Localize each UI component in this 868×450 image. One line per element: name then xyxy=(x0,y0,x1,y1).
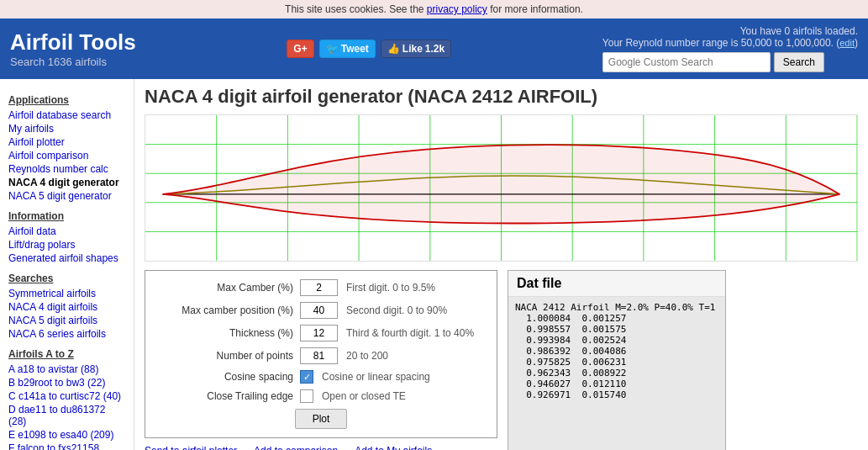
num-points-label: Number of points xyxy=(157,350,300,362)
send-to-plotter-link[interactable]: Send to airfoil plotter xyxy=(145,445,237,450)
num-points-row: Number of points 20 to 200 xyxy=(157,347,485,364)
sidebar-information: Airfoil dataLift/drag polarsGenerated ai… xyxy=(8,225,125,264)
dat-row: 1.000084 0.001257 xyxy=(515,313,718,324)
sidebar-item-az[interactable]: C c141a to curtisc72 (40) xyxy=(8,390,125,402)
thickness-input[interactable] xyxy=(300,325,338,341)
sidebar-item-az[interactable]: E e1098 to esa40 (209) xyxy=(8,429,125,441)
max-camber-position-hint: Second digit. 0 to 90% xyxy=(346,304,447,316)
sidebar-item-az[interactable]: D dae11 to du861372 (28) xyxy=(8,404,125,427)
max-camber-position-label: Max camber position (%) xyxy=(157,304,300,316)
cookie-text-after: for more information. xyxy=(487,3,583,15)
trailing-edge-row: Close Trailing edge Open or closed TE xyxy=(157,389,485,403)
plot-button[interactable]: Plot xyxy=(295,409,348,429)
dat-row: 0.946027 0.012110 xyxy=(515,379,718,389)
sidebar-item-reynolds-number-calc[interactable]: Reynolds number calc xyxy=(8,163,125,175)
twitter-label: Tweet xyxy=(341,43,369,55)
dat-row: 0.993984 0.002524 xyxy=(515,335,718,346)
sidebar-information-title: Information xyxy=(8,210,125,222)
sidebar-item-az[interactable]: F falcon to fxs21158 (121) xyxy=(8,442,125,450)
search-row: Search xyxy=(602,52,858,72)
dat-header: NACA 2412 Airfoil M=2.0% P=40.0% T=1 xyxy=(515,302,718,313)
num-points-hint: 20 to 200 xyxy=(346,350,388,362)
param-form: Max Camber (%) First digit. 0 to 9.5% Ma… xyxy=(145,270,497,438)
site-title[interactable]: Airfoil Tools xyxy=(10,29,136,55)
sidebar-item-naca-4-digit-generator: NACA 4 digit generator xyxy=(8,177,125,188)
sidebar-item-naca-5-digit-airfoils[interactable]: NACA 5 digit airfoils xyxy=(8,315,125,326)
sidebar-item-generated-airfoil-shapes[interactable]: Generated airfoil shapes xyxy=(8,252,125,264)
header-right: You have 0 airfoils loaded. Your Reynold… xyxy=(602,25,858,72)
max-camber-hint: First digit. 0 to 9.5% xyxy=(346,282,435,294)
sidebar-searches: Symmetrical airfoilsNACA 4 digit airfoil… xyxy=(8,288,125,340)
thickness-hint: Third & fourth digit. 1 to 40% xyxy=(346,327,474,339)
sidebar-item-airfoil-plotter[interactable]: Airfoil plotter xyxy=(8,136,125,148)
sidebar-item-my-airfoils[interactable]: My airfoils xyxy=(8,123,125,135)
site-subtitle: Search 1636 airfoils xyxy=(10,56,136,68)
sidebar-item-airfoil-comparison[interactable]: Airfoil comparison xyxy=(8,150,125,161)
cookie-text: This site uses cookies. See the xyxy=(285,3,427,15)
cosine-spacing-checkbox[interactable]: ✓ xyxy=(300,370,313,384)
cosine-spacing-row: Cosine spacing ✓ Cosine or linear spacin… xyxy=(157,370,485,384)
max-camber-input[interactable] xyxy=(300,279,338,296)
page-title: NACA 4 digit airfoil generator (NACA 241… xyxy=(145,86,858,108)
sidebar-applications-title: Applications xyxy=(8,94,125,106)
sidebar-item-symmetrical-airfoils[interactable]: Symmetrical airfoils xyxy=(8,288,125,299)
sidebar-item-airfoil-database-search[interactable]: Airfoil database search xyxy=(8,109,125,121)
search-input[interactable] xyxy=(602,52,771,72)
sidebar-az-title: Airfoils A to Z xyxy=(8,348,125,360)
sidebar-item-naca-5-digit-generator[interactable]: NACA 5 digit generator xyxy=(8,190,125,202)
header-social: G+ 🐦 Tweet 👍 Like 1.2k xyxy=(287,40,451,58)
main-layout: Applications Airfoil database searchMy a… xyxy=(0,79,868,450)
max-camber-row: Max Camber (%) First digit. 0 to 9.5% xyxy=(157,279,485,296)
cosine-spacing-hint: Cosine or linear spacing xyxy=(322,371,430,383)
sidebar-item-airfoil-data[interactable]: Airfoil data xyxy=(8,225,125,237)
dat-panel-title: Dat file xyxy=(508,271,725,297)
dat-row: 0.962343 0.008922 xyxy=(515,368,718,379)
sidebar: Applications Airfoil database searchMy a… xyxy=(0,79,134,450)
dat-row: 0.926971 0.015740 xyxy=(515,389,718,400)
trailing-edge-hint: Open or closed TE xyxy=(322,390,406,402)
max-camber-position-row: Max camber position (%) Second digit. 0 … xyxy=(157,302,485,319)
facebook-button[interactable]: 👍 Like 1.2k xyxy=(381,40,451,58)
dat-row: 0.975825 0.006231 xyxy=(515,357,718,368)
dat-row: 0.986392 0.004086 xyxy=(515,346,718,357)
facebook-label: Like xyxy=(402,43,423,55)
max-camber-label: Max Camber (%) xyxy=(157,282,300,294)
max-camber-position-input[interactable] xyxy=(300,302,338,319)
cookie-banner: This site uses cookies. See the privacy … xyxy=(0,0,868,19)
privacy-policy-link[interactable]: privacy policy xyxy=(427,3,487,15)
form-container: Max Camber (%) First digit. 0 to 9.5% Ma… xyxy=(145,270,858,450)
dat-content[interactable]: NACA 2412 Airfoil M=2.0% P=40.0% T=1 1.0… xyxy=(508,297,725,450)
google-plus-button[interactable]: G+ xyxy=(287,40,313,58)
sidebar-az: A a18 to avistar (88)B b29root to bw3 (2… xyxy=(8,363,125,450)
twitter-button[interactable]: 🐦 Tweet xyxy=(319,40,376,58)
dat-panel: Dat file NACA 2412 Airfoil M=2.0% P=40.0… xyxy=(508,270,726,450)
airfoil-status-line1: You have 0 airfoils loaded. xyxy=(602,25,858,37)
sidebar-searches-title: Searches xyxy=(8,273,125,284)
airfoil-status-line2: Your Reynold number range is 50,000 to 1… xyxy=(602,37,858,49)
add-to-comparison-link[interactable]: Add to comparison xyxy=(254,445,338,450)
facebook-count: 1.2k xyxy=(425,43,445,55)
form-and-links: Max Camber (%) First digit. 0 to 9.5% Ma… xyxy=(145,270,497,450)
add-to-my-airfoils-link[interactable]: Add to My airfoils xyxy=(355,445,432,450)
edit-reynolds-link[interactable]: edit xyxy=(839,38,855,48)
airfoil-status: You have 0 airfoils loaded. Your Reynold… xyxy=(602,25,858,49)
sidebar-item-lift/drag-polars[interactable]: Lift/drag polars xyxy=(8,239,125,251)
twitter-icon: 🐦 xyxy=(326,43,339,55)
content: NACA 4 digit airfoil generator (NACA 241… xyxy=(134,79,868,450)
thickness-row: Thickness (%) Third & fourth digit. 1 to… xyxy=(157,325,485,341)
dat-row: 0.998557 0.001575 xyxy=(515,324,718,335)
sidebar-item-naca-4-digit-airfoils[interactable]: NACA 4 digit airfoils xyxy=(8,301,125,313)
num-points-input[interactable] xyxy=(300,347,338,364)
trailing-edge-checkbox[interactable] xyxy=(300,389,313,403)
sidebar-applications: Airfoil database searchMy airfoilsAirfoi… xyxy=(8,109,125,202)
header-left: Airfoil Tools Search 1636 airfoils xyxy=(10,29,136,68)
search-button[interactable]: Search xyxy=(774,52,824,72)
sidebar-item-az[interactable]: A a18 to avistar (88) xyxy=(8,363,125,375)
cosine-spacing-label: Cosine spacing xyxy=(157,371,300,383)
sidebar-item-naca-6-series-airfoils[interactable]: NACA 6 series airfoils xyxy=(8,328,125,340)
thickness-label: Thickness (%) xyxy=(157,327,300,339)
airfoil-plot xyxy=(145,114,858,262)
trailing-edge-label: Close Trailing edge xyxy=(157,390,300,402)
action-links: Send to airfoil plotter Add to compariso… xyxy=(145,445,497,450)
sidebar-item-az[interactable]: B b29root to bw3 (22) xyxy=(8,377,125,389)
